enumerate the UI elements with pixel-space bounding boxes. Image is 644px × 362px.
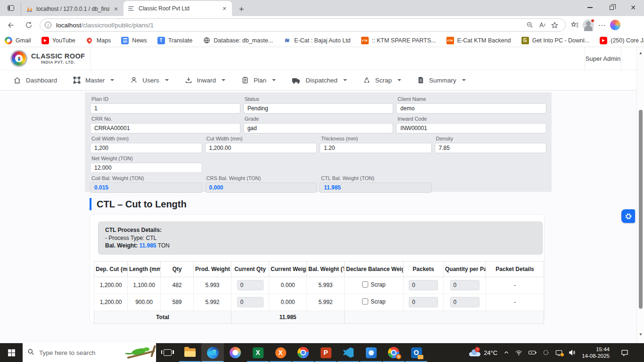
- taskbar-copilot[interactable]: [224, 343, 247, 362]
- bookmark-gmail[interactable]: Gmail: [5, 37, 31, 44]
- settings-fab[interactable]: [621, 209, 635, 223]
- plan-id-input[interactable]: [90, 103, 240, 114]
- task-view-button[interactable]: [156, 343, 179, 362]
- taskbar-clock[interactable]: 15:44 14-08-2025: [582, 346, 610, 359]
- wifi-icon[interactable]: [515, 350, 522, 356]
- action-center-button[interactable]: [616, 349, 634, 356]
- taskbar-outlook[interactable]: O: [405, 343, 428, 362]
- tray-overflow-chevron[interactable]: [504, 350, 509, 355]
- taskbar-search[interactable]: Type here to search: [23, 343, 156, 362]
- refresh-button[interactable]: [22, 18, 36, 32]
- scrap-checkbox[interactable]: [362, 298, 368, 304]
- user-menu[interactable]: Super Admin: [585, 47, 621, 70]
- taskbar-powerpoint[interactable]: P: [314, 343, 337, 362]
- total-value: 11.985: [231, 311, 345, 323]
- current-qty-input[interactable]: [237, 280, 264, 290]
- copilot-icon[interactable]: [610, 20, 620, 30]
- client-name-input[interactable]: [396, 103, 546, 114]
- url-text[interactable]: localhost/classicroof/public/plans/1: [56, 22, 524, 29]
- battery-icon[interactable]: [528, 350, 537, 355]
- page-scrollbar[interactable]: ▲ ▼: [636, 47, 644, 343]
- zoom-out-icon[interactable]: [524, 19, 536, 31]
- tab-classic-roof[interactable]: Classic Roof Pvt Ltd ✕: [124, 1, 232, 16]
- minimize-button[interactable]: [579, 0, 601, 15]
- taskbar-edge[interactable]: [201, 343, 224, 362]
- bookmark-database[interactable]: Database: db_maste...: [203, 37, 273, 44]
- cut-width-input[interactable]: [205, 143, 317, 153]
- bookmark-core-java[interactable]: (250) Core Java - Pa...: [600, 37, 644, 44]
- taskbar-photos[interactable]: [360, 343, 382, 362]
- grade-input[interactable]: [243, 123, 394, 133]
- close-button[interactable]: ✕: [622, 0, 644, 15]
- status-input[interactable]: [243, 103, 394, 114]
- qty-per-packet-input[interactable]: [450, 280, 479, 290]
- qty-per-packet-input[interactable]: [450, 297, 479, 307]
- start-button[interactable]: [0, 343, 23, 362]
- teams-share-icon[interactable]: [555, 350, 562, 356]
- scrap-checkbox[interactable]: [362, 281, 368, 288]
- nav-plan[interactable]: Plan: [241, 76, 276, 84]
- app-logo[interactable]: CLASSIC ROOF INDIA PVT. LTD.: [5, 47, 91, 70]
- net-weight-input[interactable]: [90, 163, 202, 173]
- volume-icon[interactable]: [569, 349, 576, 356]
- tab-close-icon[interactable]: ✕: [112, 5, 120, 13]
- bookmark-ktm-backend[interactable]: KTME-Cat KTM Backend: [446, 37, 511, 44]
- nav-scrap[interactable]: Scrap: [363, 76, 401, 84]
- settings-menu-icon[interactable]: ⋯: [596, 19, 608, 31]
- taskbar-chrome[interactable]: [292, 343, 314, 362]
- truck-icon: [292, 76, 301, 84]
- back-button[interactable]: [4, 18, 18, 32]
- getintopc-icon: G: [521, 37, 529, 44]
- coil-width-input[interactable]: [90, 143, 202, 153]
- taskbar-vscode[interactable]: [337, 343, 360, 362]
- inward-code-input[interactable]: [396, 123, 546, 133]
- scroll-up-icon[interactable]: ▲: [639, 51, 643, 55]
- taskbar-file-explorer[interactable]: [179, 343, 201, 362]
- col-header: Quantity per Packet: [444, 261, 486, 277]
- weather-widget[interactable]: 7 24°C: [468, 349, 497, 356]
- tab-close-icon[interactable]: ✕: [221, 5, 228, 12]
- bookmark-ktm-spare-parts[interactable]: KTM:: KTM SPARE PARTS...: [361, 37, 436, 44]
- windows-logo-icon: [8, 349, 15, 356]
- read-aloud-icon[interactable]: [536, 19, 548, 31]
- nav-master[interactable]: Master: [73, 76, 114, 84]
- tab-phpmyadmin[interactable]: localhost / 127.0.0.1 / db_final_cla ✕: [21, 2, 124, 16]
- restore-button[interactable]: [601, 0, 622, 15]
- current-qty-input[interactable]: [237, 297, 264, 307]
- nav-dashboard[interactable]: Dashboard: [13, 76, 57, 84]
- favorite-star-icon[interactable]: [548, 19, 561, 31]
- taskbar-xampp[interactable]: X: [269, 343, 292, 362]
- new-tab-button[interactable]: ＋: [235, 2, 248, 15]
- nav-inward[interactable]: Inward: [185, 76, 226, 84]
- taskbar-excel[interactable]: X: [247, 343, 269, 362]
- nav-users[interactable]: Users: [130, 76, 168, 84]
- bookmark-news[interactable]: News: [121, 37, 147, 44]
- crs-bal-weight-readonly: [205, 182, 317, 193]
- tab-actions-button[interactable]: [4, 2, 18, 14]
- profile-avatar[interactable]: [583, 19, 594, 31]
- site-info-icon[interactable]: i: [45, 22, 51, 28]
- nav-summary[interactable]: Summary: [417, 76, 466, 84]
- bookmark-getintopc[interactable]: GGet Into PC - Downl...: [521, 37, 590, 44]
- edge-icon: [207, 347, 219, 359]
- crr-no-input[interactable]: [90, 123, 240, 133]
- density-input[interactable]: [435, 143, 547, 153]
- thickness-input[interactable]: [320, 143, 432, 153]
- bookmark-bajaj[interactable]: ≋E-Cat : Bajaj Auto Ltd: [283, 37, 351, 44]
- field-label: Status: [245, 96, 394, 102]
- bookmark-translate[interactable]: TTranslate: [157, 37, 193, 44]
- packets-input[interactable]: [409, 280, 438, 290]
- tab-title: Classic Roof Pvt Ltd: [139, 5, 218, 12]
- scrollbar-thumb[interactable]: [639, 110, 643, 309]
- bookmark-maps[interactable]: Maps: [86, 37, 111, 44]
- nav-dispatched[interactable]: Dispatched: [292, 76, 347, 84]
- field-label: Density: [436, 136, 547, 141]
- bookmark-youtube[interactable]: YouTube: [41, 37, 75, 44]
- favorites-bar-icon[interactable]: [569, 19, 581, 31]
- packets-input[interactable]: [409, 297, 438, 307]
- taskbar-chrome-profile[interactable]: S: [382, 343, 405, 362]
- col-header: Packet Details: [486, 261, 544, 277]
- address-bar[interactable]: i localhost/classicroof/public/plans/1: [40, 18, 566, 32]
- onedrive-status-icon[interactable]: [543, 349, 549, 356]
- scroll-down-icon[interactable]: ▼: [639, 332, 643, 337]
